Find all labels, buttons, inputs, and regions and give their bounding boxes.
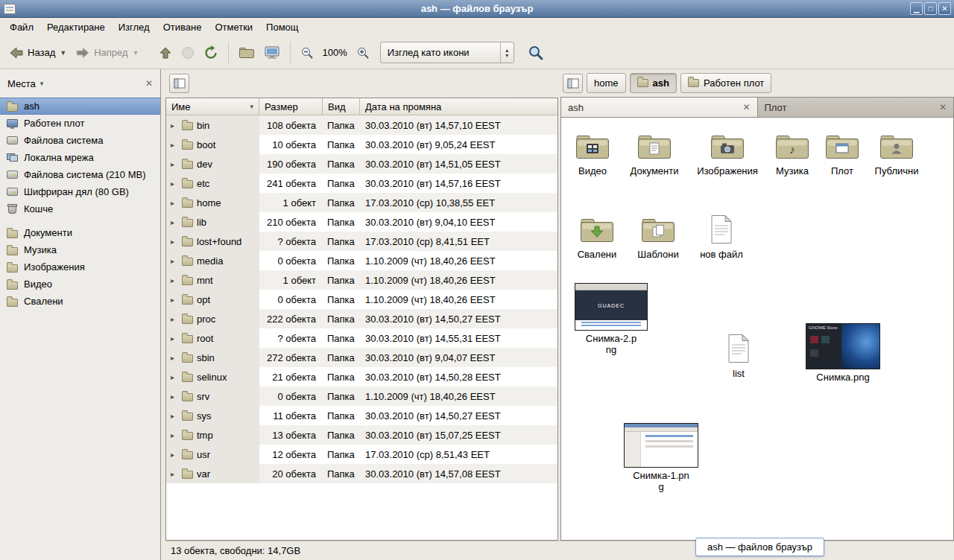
table-row[interactable]: ▸ proc 222 обекта Папка 30.03.2010 (вт) … [166,309,557,328]
file-icon-item[interactable]: Видео [563,131,622,176]
menu-item[interactable]: Файл [3,19,40,35]
column-header[interactable]: Вид [323,98,360,115]
file-icon-item[interactable]: Снимка-1.png [622,423,700,492]
forward-button[interactable]: Напред ▼ [71,43,143,63]
file-icon-item[interactable]: GUADEC Снимка-2.png [574,283,648,355]
file-icon-item[interactable]: нов файл [689,214,754,260]
table-row[interactable]: ▸ srv 0 обекта Папка 1.10.2009 (чт) 18,4… [166,386,557,406]
table-row[interactable]: ▸ lib 210 обекта Папка 30.03.2010 (вт) 9… [166,212,557,232]
menu-item[interactable]: Отметки [208,19,259,35]
sidebar-item[interactable]: Документи [0,224,160,241]
minimize-button[interactable]: ▁ [910,2,923,15]
table-row[interactable]: ▸ selinux 21 обекта Папка 30.03.2010 (вт… [166,367,557,386]
tab-close-icon[interactable]: ✕ [939,102,947,112]
maximize-button[interactable]: □ [924,2,937,15]
menu-item[interactable]: Помощ [259,19,305,35]
expander-icon[interactable]: ▸ [171,199,178,207]
path-root-button[interactable] [563,74,583,93]
expander-icon[interactable]: ▸ [171,179,178,188]
back-button[interactable]: Назад ▼ [4,43,71,63]
menu-item[interactable]: Отиване [157,19,209,35]
expander-icon[interactable]: ▸ [171,121,178,130]
file-icon-item[interactable]: Свалени [564,214,630,260]
table-row[interactable]: ▸ sbin 272 обекта Папка 30.03.2010 (вт) … [166,348,557,367]
expander-icon[interactable]: ▸ [171,238,178,246]
expander-icon[interactable]: ▸ [171,451,178,459]
up-button[interactable] [154,42,177,63]
sidebar-item[interactable]: Шифриран дял (80 GB) [0,183,160,200]
spinner-arrows-icon[interactable]: ▲▼ [500,42,514,63]
expander-icon[interactable]: ▸ [171,354,178,362]
file-icon-item[interactable]: GNOME Store Снимка.png [804,323,882,383]
table-row[interactable]: ▸ home 1 обект Папка 17.03.2010 (ср) 10,… [166,193,557,212]
file-icon-item[interactable]: Изображения [695,131,760,176]
computer-button[interactable] [259,42,285,64]
icon-view[interactable]: Видео Документи Изображения ♪ Музика Пло… [560,117,954,541]
table-row[interactable]: ▸ tmp 13 обекта Папка 30.03.2010 (вт) 15… [166,425,557,445]
zoom-out-button[interactable] [296,42,318,63]
expander-icon[interactable]: ▸ [171,160,178,168]
table-row[interactable]: ▸ dev 190 обекта Папка 30.03.2010 (вт) 1… [166,154,557,174]
stop-button[interactable] [177,42,199,63]
expander-icon[interactable]: ▸ [171,296,178,304]
close-button[interactable]: ✕ [938,2,951,15]
places-menu-chevron-icon[interactable]: ▾ [40,80,44,87]
sidebar-item[interactable]: Файлова система [0,132,160,149]
sidebar-close-icon[interactable]: ✕ [145,78,153,89]
sidebar-item[interactable]: ash [0,98,160,115]
column-header[interactable]: Име ▾ [166,98,259,115]
table-row[interactable]: ▸ lost+found ? обекта Папка 17.03.2010 (… [166,232,557,251]
expander-icon[interactable]: ▸ [171,392,178,401]
table-row[interactable]: ▸ mnt 1 обект Папка 1.10.2009 (чт) 18,40… [166,270,557,290]
home-button[interactable] [234,42,259,63]
table-row[interactable]: ▸ usr 12 обекта Папка 17.03.2010 (ср) 8,… [166,445,557,464]
sidebar-item[interactable]: Свалени [0,293,160,310]
tasklist-button[interactable]: ash — файлов браузър [695,538,824,556]
tab-close-icon[interactable]: ✕ [742,102,750,112]
back-dropdown-icon[interactable]: ▼ [60,49,66,57]
sidebar-item[interactable]: Видео [0,276,160,293]
expander-icon[interactable]: ▸ [171,334,178,343]
expander-icon[interactable]: ▸ [171,315,178,323]
table-row[interactable]: ▸ var 20 обекта Папка 30.03.2010 (вт) 14… [166,464,557,483]
path-button[interactable]: home [587,73,626,93]
expander-icon[interactable]: ▸ [171,257,178,265]
expander-icon[interactable]: ▸ [171,141,178,149]
table-row[interactable]: ▸ boot 10 обекта Папка 30.03.2010 (вт) 9… [166,135,557,154]
file-icon-item[interactable]: Публични [864,131,929,176]
location-toggle-button[interactable] [169,74,189,93]
sidebar-item[interactable]: Кошче [0,200,160,217]
sidebar-item[interactable]: Изображения [0,258,160,276]
column-header[interactable]: Дата на промяна [360,98,557,115]
sidebar-item[interactable]: Работен плот [0,115,160,132]
expander-icon[interactable]: ▸ [171,218,178,226]
table-row[interactable]: ▸ etc 241 обекта Папка 30.03.2010 (вт) 1… [166,174,557,193]
reload-button[interactable] [199,42,223,64]
expander-icon[interactable]: ▸ [171,412,178,420]
table-row[interactable]: ▸ sys 11 обекта Папка 30.03.2010 (вт) 14… [166,406,557,425]
menu-item[interactable]: Редактиране [40,19,112,35]
menu-item[interactable]: Изглед [112,19,157,35]
path-button[interactable]: ash [630,73,677,93]
sidebar-item[interactable]: Файлова система (210 MB) [0,166,160,183]
search-button[interactable] [523,41,549,65]
table-row[interactable]: ▸ media 0 обекта Папка 1.10.2009 (чт) 18… [166,251,557,270]
file-icon-item[interactable]: list [707,334,771,379]
table-row[interactable]: ▸ opt 0 обекта Папка 1.10.2009 (чт) 18,4… [166,290,557,309]
table-row[interactable]: ▸ bin 108 обекта Папка 30.03.2010 (вт) 1… [166,115,557,135]
expander-icon[interactable]: ▸ [171,276,178,284]
sidebar-item[interactable]: Локална мрежа [0,149,160,166]
file-icon-item[interactable]: Шаблони [625,214,691,260]
column-header[interactable]: Размер [259,98,323,115]
expander-icon[interactable]: ▸ [171,470,178,478]
file-icon-item[interactable]: Документи [622,131,687,176]
expander-icon[interactable]: ▸ [171,431,178,439]
expander-icon[interactable]: ▸ [171,373,178,381]
view-mode-select[interactable]: Изглед като икони ▲▼ [380,42,514,63]
tab[interactable]: Плот ✕ [758,98,954,117]
tab[interactable]: ash ✕ [561,98,758,117]
title-bar[interactable]: ash — файлов браузър ▁ □ ✕ [0,0,954,18]
sidebar-title[interactable]: Места [7,78,36,89]
table-row[interactable]: ▸ root ? обекта Папка 30.03.2010 (вт) 14… [166,328,557,348]
sidebar-item[interactable]: Музика [0,241,160,258]
